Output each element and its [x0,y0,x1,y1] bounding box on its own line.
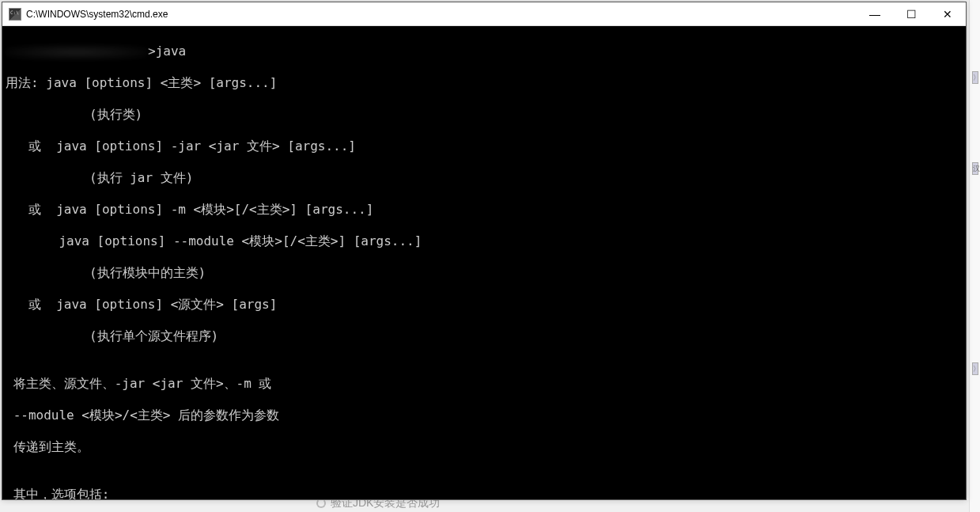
console-line: (执行模块中的主类) [6,265,963,281]
edge-marker: 〉 [972,71,978,84]
redacted-path [6,45,148,59]
background-right-edge: 〉 汉 〉 [969,0,980,512]
console-line: 或 java [options] <源文件> [args] [6,297,963,313]
console-line: 传递到主类。 [6,439,963,455]
console-prompt-line: >java [6,44,963,59]
maximize-button[interactable]: ☐ [893,2,929,25]
minimize-button[interactable]: — [857,2,893,25]
edge-marker: 〉 [972,362,978,375]
console-line: --module <模块>/<主类> 后的参数作为参数 [6,408,963,423]
edge-marker: 汉 [972,162,978,175]
console-line: 或 java [options] -m <模块>[/<主类>] [args...… [6,202,963,218]
cmd-window: C:\WINDOWS\system32\cmd.exe — ☐ ✕ >java … [2,2,967,500]
close-button[interactable]: ✕ [929,2,966,25]
console-line: 将主类、源文件、-jar <jar 文件>、-m 或 [6,376,963,392]
cmd-icon [9,8,21,21]
spinner-icon [316,499,326,508]
console-line: 或 java [options] -jar <jar 文件> [args...] [6,138,963,154]
console-line: (执行 jar 文件) [6,170,963,186]
window-title: C:\WINDOWS\system32\cmd.exe [26,9,857,20]
console-output[interactable]: >java 用法: java [options] <主类> [args...] … [2,26,966,499]
console-line: (执行单个源文件程序) [6,328,963,344]
console-line: (执行类) [6,107,963,123]
titlebar[interactable]: C:\WINDOWS\system32\cmd.exe — ☐ ✕ [2,2,966,26]
console-line: 用法: java [options] <主类> [args...] [6,75,963,91]
window-controls: — ☐ ✕ [857,2,966,25]
console-line: java [options] --module <模块>[/<主类>] [arg… [6,233,963,249]
console-line: 其中，选项包括: [6,487,963,499]
